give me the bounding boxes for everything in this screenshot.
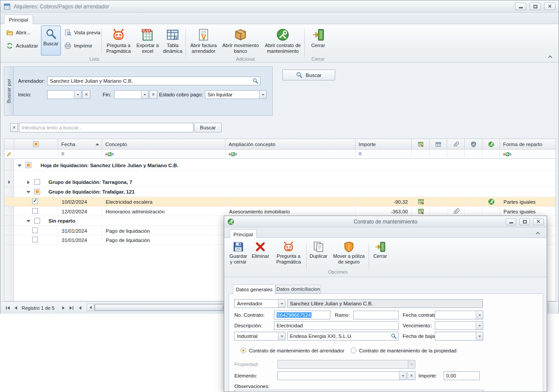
filter-icon-cell[interactable] <box>412 150 429 159</box>
tab-datos-domiciliacion[interactable]: Datos domiciliacion <box>275 285 321 293</box>
dialog-ribbon-collapse-button[interactable] <box>533 230 542 236</box>
filter-icon-cell[interactable] <box>447 150 465 159</box>
row-checkbox[interactable] <box>32 237 38 242</box>
tabla-dinamica-button[interactable]: Tabla dinámica <box>161 26 185 55</box>
fin-clear-button[interactable] <box>149 90 157 99</box>
collapse-icon[interactable] <box>26 219 30 223</box>
column-factura-header[interactable] <box>429 139 447 150</box>
panel-buscar-button[interactable]: Buscar <box>282 70 335 81</box>
dropdown-arrow-icon[interactable] <box>278 332 285 340</box>
dropdown-arrow-icon[interactable] <box>476 332 483 340</box>
filter-ampliacion-cell[interactable] <box>226 150 355 159</box>
filter-forma-cell[interactable] <box>500 150 555 159</box>
tab-principal[interactable]: Principal <box>4 15 33 25</box>
column-mantenimiento-header[interactable] <box>482 139 500 150</box>
filter-fecha-cell[interactable] <box>58 150 102 159</box>
row-checkbox[interactable] <box>32 227 38 233</box>
column-fecha-header[interactable]: Fecha <box>58 139 102 150</box>
filter-icon-cell[interactable] <box>482 150 500 159</box>
fecha-baja-combo[interactable] <box>435 332 483 341</box>
column-adjunto-header[interactable] <box>447 139 465 150</box>
importe-input[interactable]: 0,00 <box>444 371 480 380</box>
estado-combo[interactable]: Sin liquidar <box>205 90 267 99</box>
findbar-close-button[interactable] <box>10 123 18 132</box>
collapse-icon[interactable] <box>26 190 30 194</box>
lookup-search-icon[interactable] <box>391 333 397 339</box>
imprimir-button[interactable]: Imprimir <box>63 41 94 51</box>
radio-contrato-arrendador-label[interactable]: Contrato de mantenimiento del arrendador <box>249 346 344 355</box>
data-row-electricidad[interactable]: 10/02/2024 Electricidad escalera -90,32 … <box>4 197 555 206</box>
arrendador-type-combo[interactable]: Arrendador <box>234 299 285 308</box>
abrir-factura-button[interactable]: Abrir factura arrendador <box>188 26 219 55</box>
nav-prev-button[interactable] <box>12 304 20 312</box>
nav-last-button[interactable] <box>67 304 75 312</box>
group-checkbox[interactable] <box>34 189 40 194</box>
duplicar-button[interactable]: Duplicar <box>308 239 329 268</box>
group-row-hoja[interactable]: Hoja de liquidación: Sanchez Llibre Juli… <box>4 161 555 170</box>
inicio-date-combo[interactable] <box>47 90 81 99</box>
vencimiento-combo[interactable] <box>435 321 483 330</box>
close-button[interactable] <box>544 3 555 10</box>
column-banco-header[interactable] <box>412 139 429 150</box>
filter-importe-cell[interactable] <box>355 150 412 159</box>
vista-previa-button[interactable]: Vista previa <box>63 28 102 37</box>
arrendador-lookup-field[interactable]: Sanchez Llibre Julian y Mariano C.B. <box>47 77 260 85</box>
dropdown-arrow-icon[interactable] <box>476 311 483 319</box>
nav-prev-page-button[interactable] <box>76 304 84 312</box>
collapse-icon[interactable] <box>18 164 22 168</box>
filter-icon-cell[interactable] <box>465 150 482 159</box>
nav-first-button[interactable] <box>4 304 12 312</box>
buscar-toggle-button[interactable]: Buscar <box>41 26 61 55</box>
fin-date-combo[interactable] <box>114 90 148 99</box>
no-contrato-input[interactable]: 564298667524 <box>274 311 330 319</box>
elemento-clear-button[interactable] <box>407 371 415 380</box>
group-checkbox[interactable] <box>34 218 40 223</box>
column-importe-header[interactable]: Importe <box>355 139 412 150</box>
column-seguro-header[interactable] <box>465 139 482 150</box>
maximize-button[interactable] <box>529 3 541 10</box>
minimize-button[interactable] <box>515 3 526 10</box>
findbar-buscar-button[interactable]: Buscar <box>194 123 222 132</box>
cerrar-button[interactable]: Cerrar <box>307 26 329 55</box>
group-checkbox[interactable] <box>26 162 31 168</box>
ribbon-collapse-button[interactable] <box>546 53 555 60</box>
column-forma-header[interactable]: Forma de reparto <box>500 139 555 150</box>
mantenimiento-link-icon[interactable] <box>488 198 495 205</box>
row-checkbox[interactable] <box>32 198 38 204</box>
filter-icon-cell[interactable] <box>429 150 447 159</box>
expand-icon[interactable] <box>26 180 30 184</box>
descripcion-input[interactable]: Electricidad <box>274 321 399 330</box>
group-row-trafalgar[interactable]: Grupo de liquidación: Trafalgar, 121 <box>4 187 555 197</box>
elemento-combo[interactable] <box>278 371 407 380</box>
dropdown-arrow-icon[interactable] <box>74 91 81 99</box>
pregunta-pragmatica-button[interactable]: Pregunta a Pragmática <box>273 239 304 268</box>
banco-link-icon[interactable] <box>418 208 424 215</box>
eliminar-button[interactable]: Eliminar <box>251 239 270 268</box>
industrial-lookup-field[interactable]: Endesa Energia XXI, S.L.U. <box>287 332 399 341</box>
abrir-contrato-button[interactable]: Abrir contrato de mantenimiento <box>262 26 304 55</box>
fecha-contrato-combo[interactable] <box>435 311 483 319</box>
radio-contrato-propiedad[interactable] <box>351 348 356 353</box>
dropdown-arrow-icon[interactable] <box>399 372 406 380</box>
industrial-combo[interactable]: Industrial <box>234 332 285 341</box>
ramo-input[interactable] <box>353 311 399 319</box>
dropdown-arrow-icon[interactable] <box>259 91 266 99</box>
guardar-cerrar-button[interactable]: Guardar y cerrar <box>228 239 249 268</box>
dialog-cerrar-button[interactable]: Cerrar <box>370 239 390 268</box>
buscar-por-tab[interactable]: Buscar por <box>4 66 13 116</box>
column-ampliacion-header[interactable]: Ampliación concepto <box>226 139 355 150</box>
column-concepto-header[interactable]: Concepto <box>102 139 226 150</box>
row-checkbox[interactable] <box>32 208 38 214</box>
filter-concepto-cell[interactable] <box>102 150 226 159</box>
lookup-search-icon[interactable] <box>252 78 259 84</box>
observaciones-input[interactable] <box>234 390 483 392</box>
pregunta-pragmatica-button[interactable]: Pregunta a Pragmática <box>104 26 133 55</box>
group-checkbox[interactable] <box>34 179 40 185</box>
dropdown-arrow-icon[interactable] <box>141 91 148 99</box>
group-row-tarragona[interactable]: Grupo de liquidación: Tarragona, 7 <box>4 178 555 187</box>
data-row-honorarios[interactable]: 12/02/2024 Honorarios administración Ase… <box>4 207 555 216</box>
column-select-header[interactable] <box>14 139 58 150</box>
radio-contrato-arrendador[interactable] <box>241 348 246 353</box>
dropdown-arrow-icon[interactable] <box>278 300 285 308</box>
filter-select-cell[interactable] <box>14 150 58 159</box>
